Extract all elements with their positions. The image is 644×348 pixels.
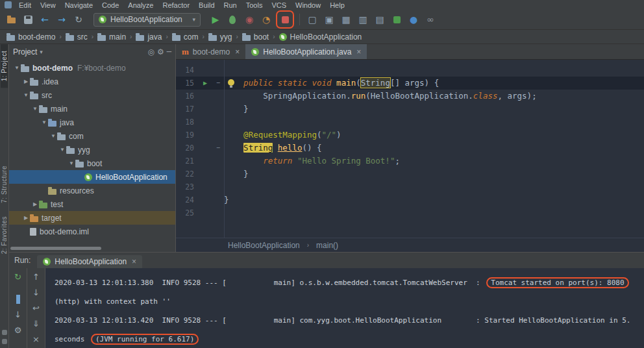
toolwindow-icon[interactable] (2, 339, 7, 344)
close-icon[interactable]: × (132, 257, 136, 266)
chevron-collapsed-icon[interactable]: ▶ (31, 201, 39, 207)
tree-item-hellobootapplication[interactable]: HelloBootApplication (9, 170, 175, 184)
scroll-end-icon[interactable]: ⇓ (32, 319, 40, 329)
close-icon[interactable]: × (356, 47, 361, 56)
code-line-16[interactable]: 16 SpringApplication.run(HelloBootApplic… (176, 90, 644, 103)
toolwindow-button-2-favorites[interactable]: 2: Favorites (1, 210, 8, 260)
pause-icon[interactable] (16, 295, 20, 304)
tree-item-yyg[interactable]: ▼yyg (9, 143, 175, 156)
dock-icon[interactable]: ▣ (321, 12, 337, 27)
tree-item--idea[interactable]: ▶.idea (9, 75, 175, 88)
down-stack-icon[interactable]: ↓ (32, 288, 40, 297)
menu-navigate[interactable]: Navigate (60, 1, 97, 9)
tree-item-boot-demo[interactable]: ▼boot-demoF:¥boot-demo (9, 61, 175, 75)
toolwindow-button-1-project[interactable]: 1: Project (1, 44, 8, 88)
tree-item-boot-demo-iml[interactable]: boot-demo.iml (9, 225, 175, 238)
back-icon[interactable]: ← (37, 12, 53, 27)
breadcrumb-item-src[interactable]: src (64, 32, 89, 42)
settings-icon[interactable]: ⚙ (14, 326, 22, 335)
tree-item-target[interactable]: ▶target (9, 211, 175, 225)
debug-icon[interactable] (225, 12, 240, 27)
menu-tools[interactable]: Tools (242, 1, 267, 9)
screens-icon[interactable]: ▤ (372, 12, 388, 27)
project-hscrollbar[interactable] (10, 247, 101, 250)
chevron-expanded-icon[interactable]: ▼ (22, 92, 30, 98)
stop-icon[interactable] (277, 12, 293, 27)
code-line-25[interactable]: 25 (176, 206, 644, 219)
hide-panel-icon[interactable]: ─ (167, 48, 171, 56)
editor-tab-boot-demo[interactable]: mboot-demo× (176, 44, 245, 59)
toolwindow-button-7-structure[interactable]: 7: Structure (1, 159, 8, 210)
soft-wrap-icon[interactable]: ↩ (32, 304, 40, 313)
run-gutter-icon[interactable]: ▶ (198, 77, 212, 90)
open-icon[interactable] (3, 12, 19, 27)
menu-build[interactable]: Build (194, 1, 219, 9)
window-icon[interactable]: ▢ (304, 12, 320, 27)
chevron-expanded-icon[interactable]: ▼ (58, 147, 66, 153)
run-tab[interactable]: HelloBootApplication × (37, 255, 142, 268)
code-line-15[interactable]: 15▶− public static void main(String[] ar… (176, 77, 644, 90)
menu-refactor[interactable]: Refactor (158, 1, 194, 9)
tree-item-boot[interactable]: ▼boot (9, 156, 175, 170)
blue-circle-icon[interactable]: ● (406, 12, 421, 27)
menu-vcs[interactable]: VCS (267, 1, 291, 9)
breadcrumb-method[interactable]: main() (316, 241, 338, 250)
chevron-expanded-icon[interactable]: ▼ (49, 133, 57, 139)
chevron-expanded-icon[interactable]: ▼ (68, 160, 75, 166)
up-stack-icon[interactable]: ↑ (32, 273, 40, 282)
code-line-17[interactable]: 17 } (176, 103, 644, 116)
clear-icon[interactable]: × (32, 335, 40, 344)
code-line-24[interactable]: 24} (176, 193, 644, 206)
forward-icon[interactable]: → (54, 12, 69, 27)
coverage-icon[interactable]: ◉ (242, 12, 257, 27)
menu-edit[interactable]: Edit (14, 1, 36, 9)
menu-code[interactable]: Code (97, 1, 123, 9)
locate-file-icon[interactable]: ◎ (148, 48, 155, 56)
menu-help[interactable]: Help (325, 1, 349, 9)
columns-icon[interactable]: ▥ (355, 12, 371, 27)
menu-view[interactable]: View (36, 1, 60, 9)
tree-item-java[interactable]: ▼java (9, 116, 175, 129)
code-line-19[interactable]: 19 @RequestMapping("/") (176, 129, 644, 142)
code-line-18[interactable]: 18 (176, 116, 644, 129)
breadcrumb-item-yyg[interactable]: yyg (207, 32, 234, 42)
gear-icon[interactable]: ⚙ (157, 48, 164, 56)
menu-window[interactable]: Window (291, 1, 325, 9)
chevron-expanded-icon[interactable]: ▼ (31, 106, 39, 112)
chevron-expanded-icon[interactable]: ▼ (13, 65, 21, 71)
grid-icon[interactable]: ▦ (338, 12, 354, 27)
dump-threads-icon[interactable]: ↓ (14, 310, 21, 319)
chevron-collapsed-icon[interactable]: ▶ (22, 79, 30, 84)
green-badge-icon[interactable] (389, 12, 404, 27)
link-icon[interactable]: ∞ (423, 12, 438, 27)
menu-analyze[interactable]: Analyze (123, 1, 158, 9)
code-line-23[interactable]: 23 (176, 180, 644, 193)
code-line-22[interactable]: 22 } (176, 168, 644, 180)
breadcrumb-item-hellobootapplication[interactable]: HelloBootApplication (278, 32, 364, 42)
editor-tab-hellobootapplication-java[interactable]: HelloBootApplication.java× (245, 44, 367, 59)
refresh-icon[interactable]: ↻ (71, 12, 86, 27)
run-icon[interactable]: ▶ (208, 12, 223, 27)
code-line-14[interactable]: 14 (176, 64, 644, 77)
save-icon[interactable] (20, 12, 36, 27)
code-editor[interactable]: 1415▶− public static void main(String[] … (176, 60, 644, 238)
tree-item-resources[interactable]: resources (9, 184, 175, 197)
fold-icon[interactable]: − (212, 142, 224, 155)
project-panel-title[interactable]: Project (13, 47, 37, 56)
tree-item-main[interactable]: ▼main (9, 102, 175, 116)
breadcrumb-item-boot[interactable]: boot (241, 32, 270, 42)
intention-bulb-icon[interactable] (228, 79, 234, 86)
profiler-icon[interactable]: ◔ (258, 12, 274, 27)
breadcrumb-class[interactable]: HelloBootApplication (228, 241, 300, 250)
code-line-21[interactable]: 21 return "Hello Spring Boot!"; (176, 155, 644, 168)
close-icon[interactable]: × (235, 47, 240, 56)
breadcrumb-item-boot-demo[interactable]: boot-demo (5, 32, 56, 42)
chevron-expanded-icon[interactable]: ▼ (40, 119, 48, 125)
rerun-icon[interactable]: ↻ (14, 273, 21, 282)
run-config-combo[interactable]: HelloBootApplication▾ (93, 13, 201, 27)
run-console[interactable]: 2020-03-13 12:01:13.380 INFO 9528 --- [ … (45, 268, 644, 348)
tree-item-src[interactable]: ▼src (9, 88, 175, 102)
code-line-20[interactable]: 20− String hello() { (176, 142, 644, 155)
breadcrumb-item-main[interactable]: main (96, 32, 127, 42)
chevron-down-icon[interactable]: ▾ (40, 49, 43, 55)
